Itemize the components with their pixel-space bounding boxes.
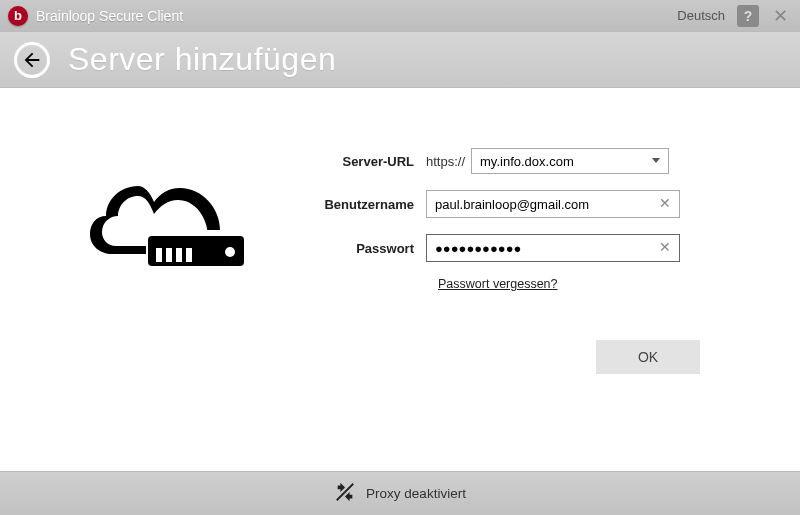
- username-row: Benutzername ✕: [306, 190, 760, 218]
- password-input[interactable]: [427, 235, 679, 261]
- app-logo-icon: b: [8, 6, 28, 26]
- svg-rect-3: [176, 248, 182, 262]
- chevron-down-icon: [652, 158, 660, 163]
- form-area: Server-URL https:// my.info.dox.com Benu…: [290, 148, 760, 443]
- page-header: Server hinzufügen: [0, 32, 800, 88]
- server-url-label: Server-URL: [306, 154, 426, 169]
- app-title: Brainloop Secure Client: [36, 8, 183, 24]
- svg-rect-1: [156, 248, 162, 262]
- server-url-dropdown[interactable]: my.info.dox.com: [471, 148, 669, 174]
- password-row: Passwort ✕: [306, 234, 760, 262]
- password-label: Passwort: [306, 241, 426, 256]
- status-bar: Proxy deaktiviert: [0, 471, 800, 515]
- forgot-password-row: Passwort vergessen?: [306, 274, 760, 292]
- proxy-disabled-icon: [334, 481, 356, 507]
- ok-row: OK: [306, 340, 760, 374]
- server-cloud-illustration: [50, 148, 290, 443]
- content-area: Server-URL https:// my.info.dox.com Benu…: [0, 88, 800, 443]
- clear-username-icon[interactable]: ✕: [657, 195, 673, 211]
- back-button[interactable]: [14, 42, 50, 78]
- forgot-password-link[interactable]: Passwort vergessen?: [438, 277, 558, 291]
- svg-rect-4: [186, 248, 192, 262]
- help-icon[interactable]: ?: [737, 5, 759, 27]
- svg-rect-2: [166, 248, 172, 262]
- username-input-wrap: ✕: [426, 190, 680, 218]
- arrow-left-icon: [21, 49, 43, 71]
- server-url-value: my.info.dox.com: [480, 154, 574, 169]
- titlebar: b Brainloop Secure Client Deutsch ? ✕: [0, 0, 800, 32]
- language-selector[interactable]: Deutsch: [677, 8, 725, 23]
- cloud-server-icon: [90, 168, 250, 278]
- clear-password-icon[interactable]: ✕: [657, 239, 673, 255]
- username-label: Benutzername: [306, 197, 426, 212]
- password-input-wrap: ✕: [426, 234, 680, 262]
- svg-point-5: [225, 247, 235, 257]
- proxy-status-text: Proxy deaktiviert: [366, 486, 466, 501]
- server-url-row: Server-URL https:// my.info.dox.com: [306, 148, 760, 174]
- protocol-text: https://: [426, 154, 465, 169]
- page-title: Server hinzufügen: [68, 41, 336, 78]
- ok-button[interactable]: OK: [596, 340, 700, 374]
- username-input[interactable]: [427, 191, 679, 217]
- close-icon[interactable]: ✕: [769, 5, 792, 27]
